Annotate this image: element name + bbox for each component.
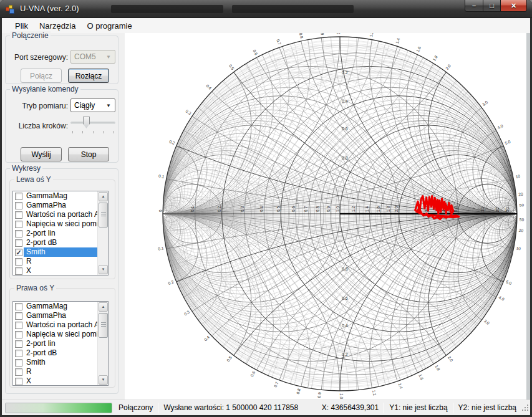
list-item-label[interactable]: R [24,367,108,376]
scroll-down-icon[interactable]: ▼ [99,375,108,385]
checkbox-icon[interactable] [15,202,22,209]
list-item[interactable]: Napięcia w sieci pomiarow [13,330,108,339]
svg-text:0.7: 0.7 [276,39,282,46]
right-axis-listbox[interactable]: GammaMagGammaPhaWartości na portach ADCN… [12,301,109,386]
list-item[interactable]: GammaPha [13,201,108,210]
svg-text:0.2: 0.2 [168,139,175,145]
menu-item-narzedzia[interactable]: Narzędzia [34,19,82,32]
list-item-label[interactable]: Napięcia w sieci pomiarow [24,330,108,339]
list-item-label[interactable]: Smith [24,358,108,367]
checkbox-icon[interactable] [15,359,22,367]
list-item-label[interactable]: GammaPha [24,201,108,210]
checkbox-icon[interactable] [15,340,22,348]
checkbox-icon[interactable] [15,193,22,200]
left-axis-listbox[interactable]: GammaMagGammaPhaWartości na portach ADCN… [12,191,109,276]
steps-slider[interactable] [70,116,115,135]
svg-text:0.4: 0.4 [203,335,211,342]
list-item-label[interactable]: GammaMag [24,191,108,201]
menu-item-plik[interactable]: Plik [9,19,34,32]
svg-text:0.2: 0.2 [217,206,221,212]
list-item-label[interactable]: Napięcia w sieci pomiarow [24,219,108,229]
checkbox-icon[interactable]: ✓ [15,249,22,256]
list-item-label[interactable]: GammaMag [24,302,108,311]
svg-text:50: 50 [520,203,525,207]
command-group-title: Wysyłanie komendy [10,85,80,93]
checkbox-icon[interactable] [15,312,22,320]
connect-button[interactable]: Połącz [21,69,62,83]
checkbox-icon[interactable] [15,331,22,338]
svg-text:1.0: 1.0 [339,393,344,399]
menu-item-o-programie[interactable]: O programie [81,19,137,32]
list-item-label[interactable]: X [24,376,108,386]
list-item[interactable]: GammaMag [13,302,108,311]
checkbox-icon[interactable] [15,211,22,219]
list-item-label[interactable]: 2-port dB [24,238,108,247]
disconnect-button[interactable]: Rozłącz [68,69,109,83]
serial-port-combobox[interactable]: COM5 ▼ [70,50,115,64]
slider-track[interactable] [70,122,115,124]
list-item-label[interactable]: R [24,257,108,266]
resize-grip[interactable] [521,403,530,412]
list-item[interactable]: Smith [13,358,108,367]
checkbox-icon[interactable] [15,267,22,275]
app-icon [6,4,16,14]
checkbox-icon[interactable] [15,368,22,376]
list-item-label[interactable]: 2-port lin [24,229,108,238]
list-item-label[interactable]: Wartości na portach ADC [24,210,108,219]
list-item-label[interactable]: 2-port lin [24,339,108,348]
scroll-down-icon[interactable]: ▼ [99,265,108,274]
scroll-up-icon[interactable]: ▲ [99,302,108,312]
scroll-up-icon[interactable]: ▲ [99,192,108,201]
checkbox-icon[interactable] [15,322,22,329]
list-item[interactable]: X [13,266,108,276]
slider-thumb[interactable] [83,117,90,128]
checkbox-icon[interactable] [15,350,22,357]
separator [384,403,384,413]
list-item[interactable]: Wartości na portach ADC [13,320,108,330]
list-item-label[interactable]: Smith [24,247,108,257]
close-button[interactable]: ✕ [501,0,527,12]
svg-text:0.4: 0.4 [259,206,264,212]
minimize-button[interactable]: – [465,0,483,12]
vertical-scrollbar[interactable]: ▲▼ [97,302,108,385]
list-item-label[interactable]: 2-port dB [24,348,108,358]
svg-text:0.6: 0.6 [342,296,348,300]
svg-text:0.8: 0.8 [296,388,301,395]
window-title: U-VNA (ver. 2.0) [20,4,79,13]
titlebar[interactable]: U-VNA (ver. 2.0) – □ ✕ [0,0,532,18]
list-item-label[interactable]: Wartości na portach ADC [24,320,108,330]
checkbox-icon[interactable] [15,221,22,228]
list-item[interactable]: R [13,257,108,266]
list-item[interactable]: Wartości na portach ADC [13,210,108,219]
checkbox-icon[interactable] [15,258,22,266]
maximize-button[interactable]: □ [483,0,501,12]
send-button[interactable]: Wyślij [21,147,62,161]
list-item[interactable]: X [13,376,108,386]
checkbox-icon[interactable] [15,239,22,247]
list-item[interactable]: Napięcia w sieci pomiarow [13,219,108,229]
status-sent-values: Wysłane wartości: 1 500000 420 117858 [163,403,298,412]
scrollbar-thumb[interactable] [99,313,108,338]
svg-text:1.2: 1.2 [351,206,355,212]
list-item[interactable]: 2-port dB [13,238,108,247]
svg-text:0.7: 0.7 [273,381,279,388]
list-item[interactable]: ✓Smith [13,247,108,257]
stop-button[interactable]: Stop [68,147,109,161]
list-item[interactable]: 2-port lin [13,339,108,348]
list-item-label[interactable]: X [24,266,108,276]
list-item[interactable]: GammaMag [13,191,108,201]
list-item[interactable]: GammaPha [13,311,108,320]
checkbox-icon[interactable] [15,230,22,237]
list-item[interactable]: 2-port dB [13,348,108,358]
list-item[interactable]: R [13,367,108,376]
vertical-scrollbar[interactable]: ▲▼ [97,191,108,275]
svg-text:20: 20 [518,228,523,233]
svg-text:0.8: 0.8 [342,156,348,160]
svg-text:0.3: 0.3 [240,206,244,212]
checkbox-icon[interactable] [15,303,22,310]
measure-mode-combobox[interactable]: Ciągły ▼ [70,98,115,112]
scrollbar-thumb[interactable] [99,203,108,228]
checkbox-icon[interactable] [15,378,22,385]
list-item-label[interactable]: GammaPha [24,311,108,320]
list-item[interactable]: 2-port lin [13,229,108,238]
